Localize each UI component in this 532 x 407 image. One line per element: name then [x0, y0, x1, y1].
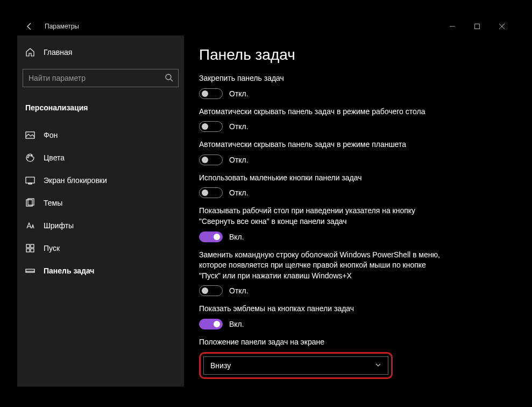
toggle-state-text: Вкл.: [229, 320, 244, 328]
svg-rect-15: [31, 244, 34, 248]
setting-label: Положение панели задач на экране: [199, 337, 446, 348]
toggle-peek-desktop[interactable]: [199, 231, 223, 242]
toggle-knob: [202, 90, 208, 97]
svg-point-8: [29, 155, 30, 156]
setting-label: Закрепить панель задач: [199, 73, 446, 84]
toggle-autohide-desktop[interactable]: [199, 121, 223, 132]
palette-icon: [25, 153, 35, 163]
setting-taskbar-position: Положение панели задач на экране Внизу: [199, 337, 503, 379]
maximize-icon: [474, 24, 480, 29]
setting-autohide-tablet: Автоматически скрывать панель задач в ре…: [199, 139, 503, 165]
sidebar-item-label: Шрифты: [44, 221, 74, 230]
toggle-knob: [202, 123, 208, 130]
toggle-state-text: Откл.: [229, 188, 249, 197]
search-wrap: [23, 69, 179, 87]
back-arrow-icon: [25, 22, 34, 31]
close-button[interactable]: [490, 17, 514, 36]
titlebar: Параметры: [17, 17, 514, 36]
sidebar-item-colors[interactable]: Цвета: [17, 146, 184, 169]
home-link[interactable]: Главная: [17, 41, 184, 64]
home-icon: [25, 47, 35, 57]
svg-rect-1: [475, 24, 480, 29]
toggle-knob: [214, 321, 220, 327]
search-icon: [165, 73, 173, 84]
minimize-button[interactable]: [440, 17, 465, 36]
svg-rect-14: [26, 244, 30, 248]
sidebar-item-label: Экран блокировки: [44, 176, 107, 185]
app-title: Параметры: [45, 23, 79, 30]
svg-point-4: [166, 74, 171, 80]
lockscreen-icon: [25, 176, 35, 185]
toggle-lock-taskbar[interactable]: [199, 88, 223, 99]
sidebar-item-fonts[interactable]: Шрифты: [17, 214, 184, 237]
toggle-powershell[interactable]: [199, 285, 223, 296]
taskbar-icon: [25, 266, 35, 276]
toggle-knob: [202, 287, 208, 294]
toggle-badges[interactable]: [199, 319, 223, 329]
setting-label: Автоматически скрывать панель задач в ре…: [199, 139, 446, 150]
sidebar-item-label: Темы: [44, 199, 62, 207]
svg-rect-16: [26, 249, 30, 252]
back-button[interactable]: [17, 17, 42, 36]
setting-label: Автоматически скрывать панель задач в ре…: [199, 107, 446, 117]
setting-small-buttons: Использовать маленькие кнопки панели зад…: [199, 173, 503, 199]
sidebar-item-label: Пуск: [44, 244, 60, 252]
svg-point-9: [31, 155, 32, 156]
sidebar-item-background[interactable]: Фон: [17, 124, 184, 146]
search-input[interactable]: [23, 69, 179, 87]
sidebar-item-label: Цвета: [44, 153, 65, 162]
taskbar-position-dropdown[interactable]: Внизу: [203, 356, 388, 375]
dropdown-value: Внизу: [210, 361, 231, 370]
sidebar-item-label: Панель задач: [44, 266, 95, 275]
start-icon: [25, 243, 35, 253]
toggle-knob: [202, 190, 208, 196]
settings-window: Параметры Главная: [17, 17, 514, 387]
content-area: Панель задач Закрепить панель задач Откл…: [184, 36, 514, 387]
toggle-state-text: Откл.: [229, 156, 249, 164]
chevron-down-icon: [375, 361, 381, 370]
toggle-knob: [202, 157, 208, 163]
sidebar-item-start[interactable]: Пуск: [17, 237, 184, 259]
maximize-button[interactable]: [465, 17, 490, 36]
setting-label: Заменить командную строку оболочкой Wind…: [199, 250, 446, 282]
svg-rect-18: [26, 269, 34, 272]
toggle-small-buttons[interactable]: [199, 187, 223, 198]
home-label: Главная: [44, 48, 72, 57]
sidebar-item-lockscreen[interactable]: Экран блокировки: [17, 169, 184, 192]
svg-rect-17: [31, 249, 34, 252]
dropdown-highlight: Внизу: [199, 352, 393, 379]
setting-powershell: Заменить командную строку оболочкой Wind…: [199, 250, 503, 297]
main-area: Главная Персонализация Фон Цвета: [17, 36, 514, 387]
setting-label: Показать эмблемы на кнопках панели задач: [199, 304, 446, 314]
toggle-state-text: Вкл.: [229, 233, 244, 241]
setting-badges: Показать эмблемы на кнопках панели задач…: [199, 304, 503, 329]
setting-label: Показывать рабочий стол при наведении ук…: [199, 206, 446, 227]
toggle-knob: [214, 234, 220, 240]
setting-autohide-desktop: Автоматически скрывать панель задач в ре…: [199, 107, 503, 132]
sidebar: Главная Персонализация Фон Цвета: [17, 36, 184, 387]
window-controls: [440, 17, 514, 36]
toggle-state-text: Откл.: [229, 286, 249, 295]
svg-line-5: [171, 79, 173, 81]
fonts-icon: [25, 221, 35, 230]
sidebar-item-themes[interactable]: Темы: [17, 192, 184, 214]
toggle-state-text: Откл.: [229, 122, 249, 131]
sidebar-item-taskbar[interactable]: Панель задач: [17, 259, 184, 282]
minimize-icon: [450, 24, 455, 29]
setting-peek-desktop: Показывать рабочий стол при наведении ук…: [199, 206, 503, 242]
setting-label: Использовать маленькие кнопки панели зад…: [199, 173, 446, 184]
svg-rect-11: [29, 183, 32, 184]
svg-point-7: [27, 157, 29, 158]
page-title: Панель задач: [199, 46, 503, 64]
sidebar-item-label: Фон: [44, 131, 58, 139]
toggle-state-text: Откл.: [229, 89, 249, 98]
close-icon: [499, 24, 505, 29]
themes-icon: [25, 198, 35, 208]
setting-lock-taskbar: Закрепить панель задач Откл.: [199, 73, 503, 99]
category-label: Персонализация: [17, 95, 184, 124]
svg-rect-10: [26, 177, 34, 183]
toggle-autohide-tablet[interactable]: [199, 155, 223, 165]
picture-icon: [25, 130, 35, 140]
